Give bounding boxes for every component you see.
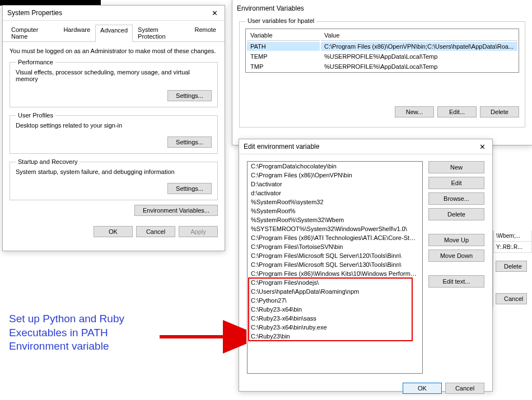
annotation-line: Environment variable (9, 340, 124, 354)
dialog-title: Environment Variables (237, 4, 304, 12)
user-vars-label: User variables for hpatel (245, 17, 316, 24)
close-icon[interactable]: ✕ (477, 142, 488, 152)
user-vars-group: User variables for hpatel Variable Value… (239, 21, 525, 128)
list-item[interactable]: %SYSTEMROOT%\System32\WindowsPowerShell\… (248, 224, 422, 233)
list-item[interactable]: C:\Program Files\nodejs\ (248, 278, 422, 287)
user-profiles-legend: User Profiles (16, 112, 55, 119)
list-item[interactable]: %SystemRoot% (248, 206, 422, 215)
delete-button[interactable]: Delete (428, 208, 484, 220)
list-item[interactable]: C:\ProgramData\chocolatey\bin (248, 162, 422, 171)
dialog-body: User variables for hpatel Variable Value… (232, 15, 532, 134)
cancel-button[interactable]: Cancel (496, 293, 527, 304)
user-profiles-group: User Profiles Desktop settings related t… (10, 112, 218, 154)
performance-group: Performance Visual effects, processor sc… (10, 59, 218, 107)
performance-legend: Performance (16, 59, 55, 65)
startup-group: Startup and Recovery System startup, sys… (10, 158, 218, 200)
cell-var: TEMP (247, 52, 320, 61)
list-item[interactable]: C:\Ruby23-x64\bin (248, 305, 422, 314)
tab-remote[interactable]: Remote (189, 24, 221, 41)
environment-variables-button[interactable]: Environment Variables... (134, 205, 218, 216)
close-icon[interactable]: ✕ (209, 8, 220, 18)
user-profiles-desc: Desktop settings related to your sign-in (16, 122, 212, 129)
cell-val: %USERPROFILE%\AppData\Local\Temp (321, 62, 517, 71)
list-item[interactable]: C:\Program Files (x86)\Windows Kits\10\W… (248, 269, 422, 278)
move-down-button[interactable]: Move Down (428, 250, 484, 262)
arrow-icon (157, 320, 246, 354)
table-row[interactable]: PATHC:\Program Files (x86)\OpenVPN\bin;C… (247, 42, 517, 51)
startup-desc: System startup, system failure, and debu… (16, 168, 212, 175)
cell-val: %USERPROFILE%\AppData\Local\Temp (321, 52, 517, 61)
ok-button[interactable]: OK (403, 383, 442, 394)
list-item[interactable]: C:\Ruby23-x64\bin\sass (248, 314, 422, 323)
list-item[interactable]: C:\Ruby23\bin (248, 332, 422, 341)
new-button[interactable]: New... (395, 106, 434, 117)
startup-settings-button[interactable]: Settings... (167, 183, 212, 194)
edit-button[interactable]: Edit... (437, 106, 477, 117)
cell-var: PATH (247, 42, 320, 51)
performance-desc: Visual effects, processor scheduling, me… (16, 69, 212, 82)
list-item[interactable]: C:\Python27\ (248, 296, 422, 305)
cancel-button[interactable]: Cancel (136, 226, 175, 237)
path-list[interactable]: C:\ProgramData\chocolatey\binC:\Program … (247, 161, 423, 374)
performance-settings-button[interactable]: Settings... (167, 90, 212, 101)
annotation-text: Set up Python and Ruby Executables in PA… (9, 312, 124, 354)
list-item[interactable]: C:\Users\hpatel\AppData\Roaming\npm (248, 287, 422, 296)
user-profiles-settings-button[interactable]: Settings... (167, 137, 212, 148)
browse-button[interactable]: Browse... (428, 192, 484, 205)
side-buttons: New Edit Browse... Delete Move Up Move D… (428, 161, 484, 374)
edit-text-button[interactable]: Edit text... (428, 275, 484, 288)
environment-variables-dialog: Environment Variables User variables for… (232, 0, 532, 145)
list-item[interactable]: %SystemRoot%\System32\Wbem (248, 215, 422, 224)
cell-val: C:\Program Files (x86)\OpenVPN\bin;C:\Us… (321, 42, 517, 51)
titlebar: Environment Variables (232, 0, 532, 15)
edit-env-var-dialog: Edit environment variable ✕ C:\ProgramDa… (239, 139, 493, 392)
list-item[interactable]: d:\activator (248, 189, 422, 197)
dialog-title: System Properties (7, 9, 62, 17)
tab-computer-name[interactable]: Computer Name (6, 24, 58, 41)
sys-frag-row: Y:.RB:.R... (493, 242, 532, 253)
tab-system-protection[interactable]: System Protection (133, 24, 189, 41)
col-variable[interactable]: Variable (247, 30, 320, 41)
list-item[interactable]: C:\Ruby23-x64\bin\ruby.exe (248, 323, 422, 332)
table-row[interactable]: TEMP%USERPROFILE%\AppData\Local\Temp (247, 52, 517, 61)
dialog-title: Edit environment variable (244, 143, 319, 150)
list-item[interactable]: C:\Program Files\Microsoft SQL Server\12… (248, 251, 422, 260)
dialog-body: You must be logged on as an Administrato… (3, 42, 225, 243)
table-row[interactable]: TMP%USERPROFILE%\AppData\Local\Temp (247, 62, 517, 71)
cell-var: TMP (247, 62, 320, 71)
cancel-button[interactable]: Cancel (445, 383, 484, 394)
user-vars-table[interactable]: Variable Value PATHC:\Program Files (x86… (245, 29, 519, 73)
intro-text: You must be logged on as an Administrato… (10, 48, 218, 54)
edit-button[interactable]: Edit (428, 177, 484, 189)
dialog-body: C:\ProgramData\chocolatey\binC:\Program … (239, 154, 492, 379)
list-item[interactable]: C:\Program Files\Microsoft SQL Server\13… (248, 260, 422, 269)
list-item[interactable]: C:\Program Files (x86)\ATI Technologies\… (248, 233, 422, 242)
list-item[interactable]: %SystemRoot%\system32 (248, 197, 422, 206)
annotation-line: Set up Python and Ruby (9, 312, 124, 326)
sys-frag-row: \Wbem;... (493, 230, 532, 242)
startup-legend: Startup and Recovery (16, 158, 80, 165)
ok-button[interactable]: OK (94, 226, 133, 237)
system-properties-dialog: System Properties ✕ Computer Name Hardwa… (2, 5, 225, 251)
col-value[interactable]: Value (321, 30, 517, 41)
apply-button[interactable]: Apply (179, 226, 218, 237)
list-item[interactable]: D:\activator (248, 180, 422, 189)
tab-hardware[interactable]: Hardware (58, 24, 95, 41)
tab-advanced[interactable]: Advanced (95, 25, 133, 42)
system-vars-fragment: \Wbem;... Y:.RB:.R... Delete Cancel (493, 230, 532, 307)
titlebar: Edit environment variable ✕ (239, 139, 492, 154)
move-up-button[interactable]: Move Up (428, 234, 484, 246)
tabs: Computer Name Hardware Advanced System P… (3, 21, 225, 42)
new-button[interactable]: New (428, 161, 484, 173)
list-item[interactable]: C:\Program Files\TortoiseSVN\bin (248, 242, 422, 251)
list-item[interactable]: C:\Program Files (x86)\OpenVPN\bin (248, 171, 422, 180)
delete-button[interactable]: Delete (480, 106, 519, 117)
annotation-line: Executables in PATH (9, 326, 124, 340)
delete-button[interactable]: Delete (496, 261, 527, 272)
titlebar: System Properties ✕ (3, 6, 225, 21)
